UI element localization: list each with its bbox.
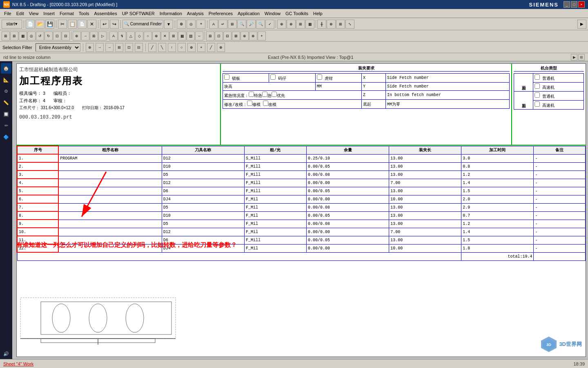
tb-icon-4[interactable]: 🔍 (237, 20, 246, 29)
tb2-4[interactable]: ◎ (27, 31, 36, 40)
left-icon-4[interactable]: 🔲 (1, 109, 11, 119)
save-button[interactable]: 💾 (45, 20, 54, 29)
filter-btn-2[interactable]: → (96, 43, 104, 52)
tb2-23[interactable]: ↔ (195, 31, 203, 40)
filter-btn-7[interactable]: ╱ (148, 43, 156, 52)
tb2-29[interactable]: ⊗ (249, 31, 257, 40)
tb2-5[interactable]: ↺ (36, 31, 44, 40)
redo-button[interactable]: ↪ (110, 20, 119, 29)
left-icon-home[interactable]: 🏠 (1, 63, 11, 74)
menubar-tools[interactable]: Tools (76, 10, 92, 17)
new-button[interactable]: 📄 (26, 20, 35, 29)
open-button[interactable]: 📂 (36, 20, 45, 29)
filter-btn-8[interactable]: ╲ (158, 43, 166, 52)
tb-icon-8[interactable]: ⊕ (277, 20, 286, 29)
menubar-view[interactable]: View (27, 10, 41, 17)
left-icon-1[interactable]: 📐 (1, 74, 11, 85)
coarse-normal-checkbox[interactable] (535, 92, 540, 98)
tb-icon-2[interactable]: ↵ (218, 20, 227, 29)
tb2-7[interactable]: ⊡ (53, 31, 61, 40)
tb2-16[interactable]: ◇ (135, 31, 143, 40)
menubar-help[interactable]: Help (311, 10, 325, 17)
tool4[interactable]: ⌖ (196, 20, 205, 29)
menubar-gc-toolkits[interactable]: GC Toolkits (283, 10, 311, 17)
codestore-checkbox[interactable] (270, 74, 276, 80)
tb2-11[interactable]: ⊞ (90, 31, 98, 40)
tb-icon-7[interactable]: ✓ (265, 20, 274, 29)
tb-icon-1[interactable]: A (209, 20, 218, 29)
tb2-14[interactable]: ↯ (118, 31, 126, 40)
menubar-edit[interactable]: Edit (14, 10, 27, 17)
tb-icon-6[interactable]: 🔍 (256, 20, 265, 29)
filter-btn-1[interactable]: ⊕ (86, 43, 94, 52)
tb-icon-11[interactable]: ▦ (305, 20, 314, 29)
delete-button[interactable]: ✕ (87, 20, 96, 29)
left-icon-5[interactable]: ✏ (1, 120, 11, 131)
command-finder-button[interactable]: 🔍 Command Finder (122, 20, 163, 29)
close-button[interactable]: × (578, 1, 585, 8)
minimize-button[interactable]: _ (564, 1, 570, 8)
tb2-19[interactable]: ✕ (161, 31, 169, 40)
fine-normal-checkbox[interactable] (535, 74, 540, 80)
menubar-insert[interactable]: Insert (41, 10, 57, 17)
left-icon-2[interactable]: ⚙ (1, 86, 11, 96)
tb2-22[interactable]: ▧ (187, 31, 195, 40)
urgent-checkbox[interactable] (249, 92, 254, 97)
repair-checkbox[interactable] (247, 101, 252, 106)
panel-icon-2[interactable]: ⊞ (578, 54, 585, 61)
tb2-9[interactable]: ⊕ (73, 31, 81, 40)
filter-btn-11[interactable]: ⊕ (187, 43, 196, 52)
filter-btn-5[interactable]: ⊡ (125, 43, 133, 52)
tb2-30[interactable]: + (258, 31, 266, 40)
menubar-information[interactable]: Information (157, 10, 185, 17)
tb2-28[interactable]: ⊕ (241, 31, 249, 40)
entire-assembly-dropdown[interactable]: Entire Assembly (36, 43, 80, 52)
lockboard-checkbox[interactable] (224, 74, 229, 80)
maximize-button[interactable]: □ (571, 1, 577, 8)
coarse-highspeed-checkbox[interactable] (535, 101, 540, 107)
tb2-8[interactable]: ⊟ (62, 31, 70, 40)
snap-button[interactable]: ⊕ (177, 20, 186, 29)
tb-icon-13[interactable]: ⊕ (327, 20, 336, 29)
paste-button[interactable]: 📄 (78, 20, 87, 29)
menubar-window[interactable]: Window (262, 10, 283, 17)
menubar-assemblies[interactable]: Assemblies (91, 10, 119, 17)
rush-checkbox[interactable] (262, 92, 267, 97)
tb2-21[interactable]: ▦ (178, 31, 186, 40)
tb2-20[interactable]: ⊞ (169, 31, 178, 40)
filter-btn-9[interactable]: ↑ (168, 43, 176, 52)
command-finder-arrow[interactable]: ▾ (164, 20, 173, 29)
tb-icon-14[interactable]: ⊞ (336, 20, 345, 29)
tb2-15[interactable]: △ (127, 31, 135, 40)
filter-btn-14[interactable]: ⊕ (217, 43, 225, 52)
menubar-application[interactable]: Application (235, 10, 262, 17)
tb2-3[interactable]: ▦ (19, 31, 27, 40)
menubar-format[interactable]: Format (57, 10, 76, 17)
start-button[interactable]: start▾ (2, 20, 22, 29)
copy-button[interactable]: 📋 (68, 20, 77, 29)
vise-checkbox[interactable] (317, 74, 322, 80)
tb2-2[interactable]: ⊞ (10, 31, 18, 40)
sheet-tab[interactable]: Sheet "4" Work (3, 361, 33, 366)
fine-highspeed-checkbox[interactable] (535, 83, 540, 89)
filter-btn-4[interactable]: ⊞ (115, 43, 123, 52)
tb2-13[interactable]: A (109, 31, 118, 40)
tb2-10[interactable]: → (81, 31, 89, 40)
tb2-17[interactable]: ○ (144, 31, 152, 40)
tb-icon-12[interactable]: ╫ (317, 20, 326, 29)
left-icon-bottom-1[interactable]: 🔊 (1, 348, 11, 359)
tb2-6[interactable]: ↻ (45, 31, 53, 40)
tb2-26[interactable]: ⊟ (223, 31, 232, 40)
menubar-analysis[interactable]: Analysis (185, 10, 206, 17)
tb2-12[interactable]: ▷ (98, 31, 107, 40)
filter-btn-12[interactable]: + (197, 43, 205, 52)
panel-icon-1[interactable]: ▶ (571, 54, 577, 61)
filter-btn-3[interactable]: → (105, 43, 114, 52)
right-panel-toggle[interactable]: ▶ (577, 20, 586, 29)
tb-icon-15[interactable]: ⤡ (345, 20, 354, 29)
undo-button[interactable]: ↩ (100, 20, 109, 29)
tb2-25[interactable]: ⊡ (215, 31, 223, 40)
priority-checkbox[interactable] (272, 92, 277, 97)
tb2-18[interactable]: ⊕ (152, 31, 160, 40)
filter-btn-6[interactable]: ⊟ (135, 43, 143, 52)
